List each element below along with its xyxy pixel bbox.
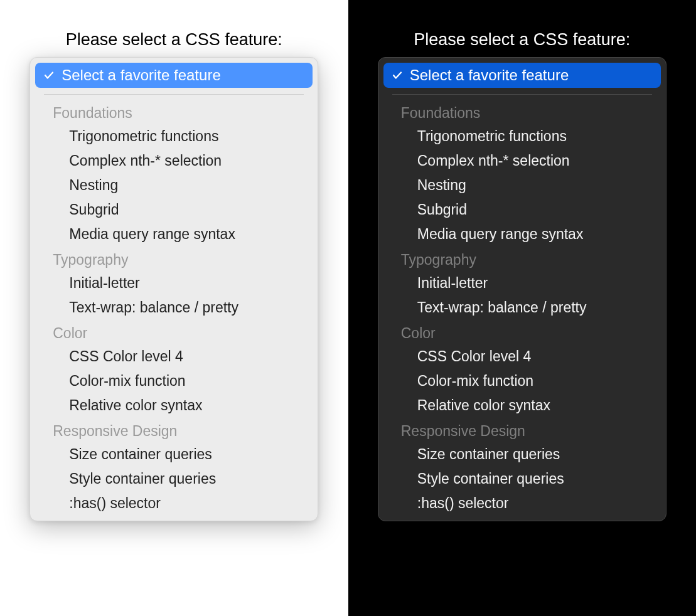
checkmark-icon	[391, 69, 404, 82]
option-item[interactable]: Color-mix function	[35, 369, 313, 393]
divider	[44, 94, 304, 95]
css-feature-dropdown[interactable]: Select a favorite feature Foundations Tr…	[378, 57, 667, 521]
selected-option[interactable]: Select a favorite feature	[383, 63, 661, 88]
optgroup-label: Color	[35, 320, 313, 344]
option-item[interactable]: Trigonometric functions	[383, 124, 661, 149]
divider	[392, 94, 652, 95]
optgroup-label: Responsive Design	[383, 418, 661, 442]
option-item[interactable]: Nesting	[35, 173, 313, 198]
option-item[interactable]: Media query range syntax	[35, 222, 313, 247]
option-item[interactable]: Size container queries	[35, 442, 313, 467]
option-item[interactable]: Relative color syntax	[35, 393, 313, 418]
option-item[interactable]: CSS Color level 4	[383, 344, 661, 369]
option-item[interactable]: :has() selector	[35, 491, 313, 516]
optgroup-label: Foundations	[383, 100, 661, 124]
option-item[interactable]: Color-mix function	[383, 369, 661, 393]
option-item[interactable]: Size container queries	[383, 442, 661, 467]
option-item[interactable]: Subgrid	[35, 198, 313, 222]
css-feature-dropdown[interactable]: Select a favorite feature Foundations Tr…	[29, 57, 318, 521]
option-item[interactable]: Media query range syntax	[383, 222, 661, 247]
optgroup-label: Foundations	[35, 100, 313, 124]
option-item[interactable]: Style container queries	[383, 467, 661, 491]
option-item[interactable]: Nesting	[383, 173, 661, 198]
option-item[interactable]: :has() selector	[383, 491, 661, 516]
option-item[interactable]: Initial-letter	[383, 271, 661, 295]
option-item[interactable]: CSS Color level 4	[35, 344, 313, 369]
selected-option-label: Select a favorite feature	[410, 66, 569, 84]
option-item[interactable]: Text-wrap: balance / pretty	[35, 295, 313, 320]
option-item[interactable]: Style container queries	[35, 467, 313, 491]
option-item[interactable]: Relative color syntax	[383, 393, 661, 418]
light-mode-pane: Please select a CSS feature: Select a fa…	[0, 0, 348, 616]
optgroup-label: Color	[383, 320, 661, 344]
selected-option-label: Select a favorite feature	[62, 66, 220, 84]
optgroup-label: Responsive Design	[35, 418, 313, 442]
optgroup-label: Typography	[383, 247, 661, 271]
option-item[interactable]: Trigonometric functions	[35, 124, 313, 149]
option-item[interactable]: Subgrid	[383, 198, 661, 222]
option-item[interactable]: Complex nth-* selection	[383, 149, 661, 173]
optgroup-label: Typography	[35, 247, 313, 271]
prompt-label: Please select a CSS feature:	[66, 30, 282, 50]
option-item[interactable]: Initial-letter	[35, 271, 313, 295]
prompt-label: Please select a CSS feature:	[414, 30, 630, 50]
checkmark-icon	[43, 69, 55, 82]
option-item[interactable]: Complex nth-* selection	[35, 149, 313, 173]
option-item[interactable]: Text-wrap: balance / pretty	[383, 295, 661, 320]
selected-option[interactable]: Select a favorite feature	[35, 63, 313, 88]
dark-mode-pane: Please select a CSS feature: Select a fa…	[348, 0, 697, 616]
